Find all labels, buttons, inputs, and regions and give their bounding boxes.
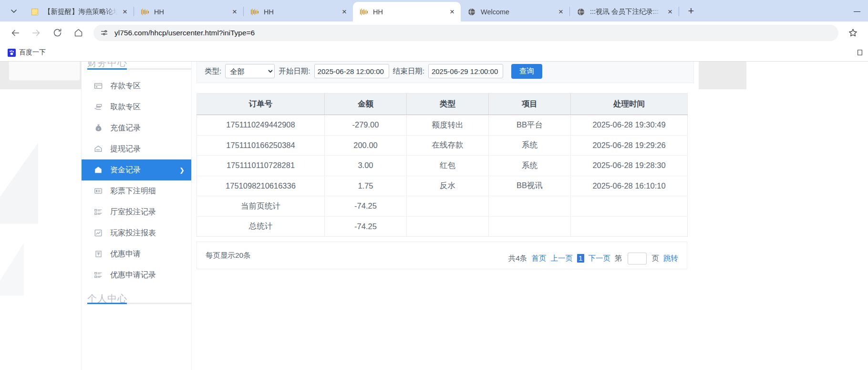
sidebar-item-player-bet-report[interactable]: 玩家投注报表 xyxy=(82,222,191,243)
per-page-text: 每页显示20条 xyxy=(206,251,508,261)
minimize-button[interactable]: — xyxy=(846,0,868,21)
list-detail-icon xyxy=(93,208,103,216)
browser-tab[interactable]: Welcome × xyxy=(461,2,569,21)
jump-page-input[interactable] xyxy=(628,253,647,264)
chevron-right-icon: ❯ xyxy=(179,167,185,174)
bookmark-item[interactable]: 百度一下 xyxy=(4,46,50,59)
browser-tab[interactable]: HH × xyxy=(244,2,353,21)
reload-icon xyxy=(52,28,62,38)
cell-process-time: 2025-06-28 19:29:26 xyxy=(571,135,688,156)
cell-empty xyxy=(407,216,489,237)
sidebar-heading-personal: 个人中心 xyxy=(87,290,191,303)
table-row-grand-total: 总统计 -74.25 xyxy=(197,216,688,237)
address-bar[interactable]: yl756.com/hhcp/usercenter.html?iniType=6 xyxy=(93,25,838,41)
cell-subtotal-amount: -74.25 xyxy=(325,196,407,217)
bookmark-star-button[interactable] xyxy=(845,25,861,41)
tab-title: HH xyxy=(154,8,227,16)
bookmarks-overflow-button[interactable] xyxy=(855,47,865,58)
page-viewport: 财务中心 存款专区 xyxy=(0,62,868,370)
tab-group: 【新提醒】海燕策略论坛综 × HH xyxy=(24,2,699,21)
tab-search-button[interactable] xyxy=(4,3,24,19)
tab-title: HH xyxy=(373,8,444,16)
column-header-amount[interactable]: 金额 xyxy=(325,94,407,115)
list-card-icon xyxy=(93,187,103,195)
cell-order-no: 1751110249442908 xyxy=(197,115,325,136)
filter-bar: 类型: 全部 开始日期: 结束日期: 查询 xyxy=(196,62,694,83)
table-row: 1751098210616336 1.75 反水 BB视讯 2025-06-28… xyxy=(197,176,688,196)
column-header-item[interactable]: 项目 xyxy=(489,94,571,115)
fund-records-table: 订单号 金额 类型 项目 处理时间 1751110249442908 -279.… xyxy=(196,93,688,237)
end-date-input[interactable] xyxy=(428,64,503,78)
browser-tab[interactable]: HH × xyxy=(134,2,243,21)
sidebar-heading-underline xyxy=(87,303,191,304)
sidebar-heading-finance: 财务中心 xyxy=(87,62,191,67)
sidebar-item-promo-apply-records[interactable]: 优惠申请记录 xyxy=(82,264,191,285)
type-filter-select[interactable]: 全部 xyxy=(225,64,275,78)
browser-tab[interactable]: 【新提醒】海燕策略论坛综 × xyxy=(24,2,134,21)
prev-page-link[interactable]: 上一页 xyxy=(550,254,573,264)
cell-amount: 3.00 xyxy=(325,156,407,176)
reload-button[interactable] xyxy=(49,25,65,41)
tab-close-button[interactable]: × xyxy=(446,6,458,18)
sidebar-item-deposit-zone[interactable]: 存款专区 xyxy=(82,75,191,96)
chevron-down-icon xyxy=(10,7,18,15)
pagination-bar: 每页显示20条 共4条 首页 上一页 1 下一页 第 页 跳转 xyxy=(196,242,687,269)
safe-box-icon xyxy=(93,166,103,174)
sidebar-item-lottery-bet-detail[interactable]: 彩票下注明细 xyxy=(82,180,191,201)
tab-close-button[interactable]: × xyxy=(339,6,350,18)
cell-total-label: 总统计 xyxy=(197,216,325,237)
sidebar-item-label: 取款专区 xyxy=(110,102,141,112)
home-button[interactable] xyxy=(70,25,86,41)
query-button[interactable]: 查询 xyxy=(511,64,542,79)
browser-tab-active[interactable]: HH × xyxy=(353,2,461,21)
cell-order-no: 1751110166250384 xyxy=(197,135,325,156)
tab-close-button[interactable]: × xyxy=(664,6,676,18)
tab-title: HH xyxy=(264,8,337,16)
tune-icon[interactable] xyxy=(97,26,111,40)
sidebar-item-withdraw-zone[interactable]: 取款专区 xyxy=(82,96,191,117)
sidebar-section-finance: 财务中心 xyxy=(82,62,191,70)
report-chart-icon xyxy=(93,229,103,237)
browser-tab[interactable]: :::视讯 会员下注纪录::: × xyxy=(570,2,679,21)
tab-close-button[interactable]: × xyxy=(229,6,240,18)
money-bag-icon: ¥ xyxy=(93,124,103,132)
sidebar-item-promo-apply[interactable]: 优惠申请 xyxy=(82,243,191,264)
cell-type: 在线存款 xyxy=(407,135,489,156)
tab-close-button[interactable]: × xyxy=(555,6,567,18)
tab-title: Welcome xyxy=(481,8,553,16)
column-header-process-time[interactable]: 处理时间 xyxy=(571,94,688,115)
cell-subtotal-label: 当前页统计 xyxy=(197,196,325,217)
sidebar-item-hall-bet-records[interactable]: 厅室投注记录 xyxy=(82,201,191,222)
first-page-link[interactable]: 首页 xyxy=(531,254,546,264)
cell-empty xyxy=(489,196,571,217)
tab-title: :::视讯 会员下注纪录::: xyxy=(590,7,662,16)
sidebar-item-withdraw-records[interactable]: 提现记录 xyxy=(82,138,191,159)
sidebar-menu: 存款专区 取款专区 xyxy=(82,73,191,285)
cell-item: 系统 xyxy=(489,156,571,176)
sidebar-item-fund-records[interactable]: 资金记录 ❯ xyxy=(82,159,191,180)
cell-type: 反水 xyxy=(407,176,489,196)
next-page-link[interactable]: 下一页 xyxy=(589,254,611,264)
table-row: 1751110249442908 -279.00 额度转出 BB平台 2025-… xyxy=(197,115,688,136)
bookmark-label: 百度一下 xyxy=(19,48,46,57)
table-header-row: 订单号 金额 类型 项目 处理时间 xyxy=(197,94,688,115)
page-top-card-left xyxy=(9,62,80,81)
end-date-label: 结束日期: xyxy=(393,66,424,76)
table-row-page-subtotal: 当前页统计 -74.25 xyxy=(197,196,688,217)
column-header-order-no[interactable]: 订单号 xyxy=(197,94,325,115)
page-top-strip-right xyxy=(699,62,746,89)
window-controls: — xyxy=(846,0,868,21)
sidebar-item-recharge-records[interactable]: ¥ 充值记录 xyxy=(82,117,191,138)
start-date-label: 开始日期: xyxy=(279,66,310,76)
tab-close-button[interactable]: × xyxy=(119,6,131,18)
cell-empty xyxy=(407,196,489,217)
bookmarks-bar: 百度一下 xyxy=(0,44,868,61)
current-page-indicator[interactable]: 1 xyxy=(577,254,584,263)
forward-button[interactable] xyxy=(28,25,44,41)
back-button[interactable] xyxy=(7,25,23,41)
start-date-input[interactable] xyxy=(314,64,389,78)
sidebar-item-label: 优惠申请记录 xyxy=(110,270,156,280)
jump-button[interactable]: 跳转 xyxy=(663,254,678,264)
column-header-type[interactable]: 类型 xyxy=(407,94,489,115)
new-tab-button[interactable]: + xyxy=(683,3,699,19)
